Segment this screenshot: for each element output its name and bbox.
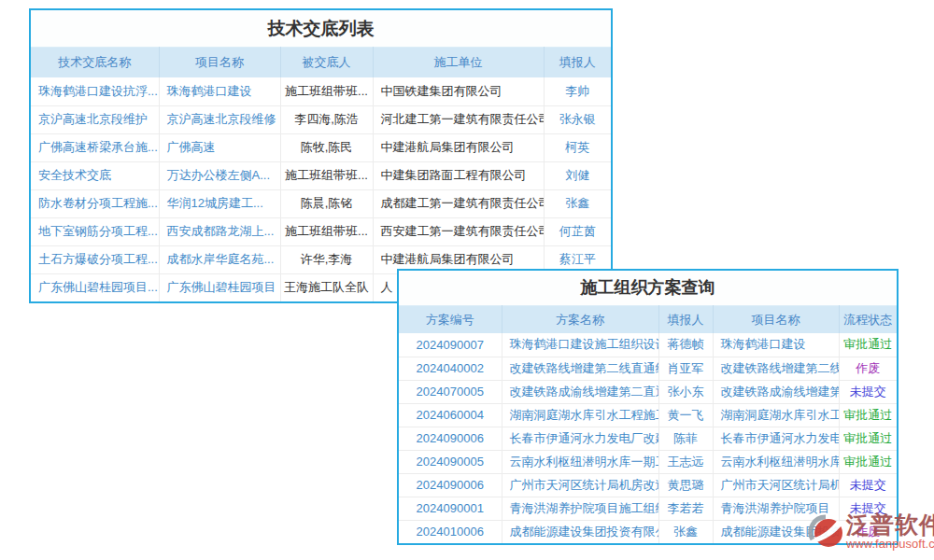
window-title: 施工组织方案查询 <box>399 271 897 305</box>
table-cell[interactable]: 地下室钢筋分项工程... <box>31 217 159 245</box>
table-cell[interactable]: 2024060004 <box>399 403 502 427</box>
table-cell: 中国铁建集团有限公司 <box>373 77 544 105</box>
table-cell[interactable]: 成都水岸华庭名苑... <box>159 245 280 273</box>
table-cell[interactable]: 何芷茵 <box>544 217 611 245</box>
table-cell[interactable]: 肖亚军 <box>658 357 713 380</box>
table-row[interactable]: 防水卷材分项工程施...华润12城房建工...陈晨,陈铭成都建工第一建筑有限责任… <box>31 189 611 217</box>
table-cell: 陈牧,陈民 <box>280 133 373 161</box>
table-cell[interactable]: 改建铁路成渝线增建第二直通线 <box>502 380 658 403</box>
table-row[interactable]: 珠海鹤港口建设抗浮...珠海鹤港口建设施工班组带班...中国铁建集团有限公司李帅 <box>31 77 611 105</box>
table-cell[interactable]: 2024040002 <box>399 357 502 380</box>
table-row[interactable]: 京沪高速北京段维护京沪高速北京段维修李四海,陈浩河北建工第一建筑有限责任公司张永… <box>31 105 611 133</box>
table-cell[interactable]: 柯英 <box>544 133 611 161</box>
table-row[interactable]: 2024040002改建铁路线增建第二线直通线（肖亚军改建铁路线增建第二线直通线… <box>399 357 897 380</box>
table-cell[interactable]: 2024090006 <box>399 473 502 497</box>
table-header-row: 方案编号方案名称填报人项目名称流程状态 <box>399 306 897 334</box>
table-row[interactable]: 地下室钢筋分项工程...西安成都路龙湖上...施工班组带班...西安建工第一建筑… <box>31 217 611 245</box>
column-header: 施工单位 <box>373 48 544 78</box>
table-cell[interactable]: 成都能源建设集团投资有限公司 <box>502 520 658 543</box>
table-cell[interactable]: 张鑫 <box>544 189 611 217</box>
table-cell[interactable]: 改建铁路线增建第二线直通线（ <box>502 357 658 380</box>
table-cell[interactable]: 王志远 <box>658 450 713 473</box>
plan-query-table: 方案编号方案名称填报人项目名称流程状态 2024090007珠海鹤港口建设施工组… <box>399 305 897 543</box>
table-cell: 施工班组带班... <box>280 77 373 105</box>
table-cell[interactable]: 李若若 <box>658 497 713 520</box>
watermark-url-text: www.fanpusoft.com <box>846 538 934 551</box>
table-cell[interactable]: 万达办公楼左侧A... <box>159 161 280 189</box>
column-header: 项目名称 <box>159 48 280 78</box>
construction-plan-query-window: 施工组织方案查询 方案编号方案名称填报人项目名称流程状态 2024090007珠… <box>397 269 899 545</box>
watermark-brand-text: 泛普软件 <box>846 511 934 538</box>
table-row[interactable]: 2024090006广州市天河区统计局机房改造项黄思璐广州市天河区统计局机房改造… <box>399 473 897 497</box>
table-cell[interactable]: 广佛高速桥梁承台施... <box>31 133 159 161</box>
table-cell[interactable]: 湖南洞庭湖水库引水工程施工标 <box>502 403 658 427</box>
table-cell: 施工班组带班... <box>280 217 373 245</box>
table-cell[interactable]: 广州市天河区统计局机房改造项 <box>502 473 658 497</box>
table-cell: 王海施工队全队 <box>280 273 373 301</box>
table-cell[interactable]: 2024090001 <box>399 497 502 520</box>
table-cell[interactable]: 广佛高速 <box>159 133 280 161</box>
table-cell[interactable]: 珠海鹤港口建设 <box>159 77 280 105</box>
status-badge: 作废 <box>839 357 897 380</box>
status-badge: 未提交 <box>839 473 897 497</box>
table-row[interactable]: 2024090007珠海鹤港口建设施工组织设计蒋德帧珠海鹤港口建设审批通过 <box>399 333 897 357</box>
table-cell: 西安建工第一建筑有限责任公司 <box>373 217 544 245</box>
table-cell[interactable]: 京沪高速北京段维护 <box>31 105 159 133</box>
table-cell[interactable]: 云南水利枢纽潜明水库一期工程 <box>502 450 658 473</box>
table-cell[interactable]: 改建铁路线增建第二线直通线 <box>713 357 839 380</box>
column-header: 填报人 <box>544 48 611 78</box>
table-cell[interactable]: 李帅 <box>544 77 611 105</box>
table-cell: 许华,李海 <box>280 245 373 273</box>
table-cell[interactable]: 防水卷材分项工程施... <box>31 189 159 217</box>
status-badge: 审批通过 <box>839 427 897 450</box>
table-cell[interactable]: 2024010006 <box>399 520 502 543</box>
table-row[interactable]: 广佛高速桥梁承台施...广佛高速陈牧,陈民中建港航局集团有限公司柯英 <box>31 133 611 161</box>
table-cell[interactable]: 黄思璐 <box>658 473 713 497</box>
table-cell[interactable]: 京沪高速北京段维修 <box>159 105 280 133</box>
table-row[interactable]: 2024060004湖南洞庭湖水库引水工程施工标黄一飞湖南洞庭湖水库引水工程施工… <box>399 403 897 427</box>
table-cell[interactable]: 长春市伊通河水力发电厂改建 <box>713 427 839 450</box>
table-cell[interactable]: 蒋德帧 <box>658 333 713 357</box>
table-cell: 施工班组带班... <box>280 161 373 189</box>
table-cell[interactable]: 珠海鹤港口建设 <box>713 333 839 357</box>
table-cell[interactable]: 广东佛山碧桂园项目... <box>31 273 159 301</box>
table-cell[interactable]: 湖南洞庭湖水库引水工程施工 <box>713 403 839 427</box>
table-cell[interactable]: 2024090007 <box>399 333 502 357</box>
column-header: 填报人 <box>658 306 713 334</box>
table-cell[interactable]: 青海洪湖养护院项目施工组织设 <box>502 497 658 520</box>
table-cell[interactable]: 黄一飞 <box>658 403 713 427</box>
table-cell[interactable]: 张永银 <box>544 105 611 133</box>
table-cell[interactable]: 刘健 <box>544 161 611 189</box>
brand-watermark: 泛普软件 www.fanpusoft.com <box>807 511 934 551</box>
table-header-row: 技术交底名称项目名称被交底人施工单位填报人 <box>31 48 611 78</box>
status-badge: 审批通过 <box>839 333 897 357</box>
column-header: 被交底人 <box>280 48 373 78</box>
disclosure-table: 技术交底名称项目名称被交底人施工单位填报人 珠海鹤港口建设抗浮...珠海鹤港口建… <box>31 47 611 301</box>
table-cell[interactable]: 安全技术交底 <box>31 161 159 189</box>
table-row[interactable]: 2024090005云南水利枢纽潜明水库一期工程王志远云南水利枢纽潜明水库一期工… <box>399 450 897 473</box>
table-cell[interactable]: 珠海鹤港口建设抗浮... <box>31 77 159 105</box>
column-header: 技术交底名称 <box>31 48 159 78</box>
table-cell[interactable]: 改建铁路成渝线增建第二直通 <box>713 380 839 403</box>
table-cell[interactable]: 珠海鹤港口建设施工组织设计 <box>502 333 658 357</box>
status-badge: 审批通过 <box>839 450 897 473</box>
table-row[interactable]: 2024070005改建铁路成渝线增建第二直通线张小东改建铁路成渝线增建第二直通… <box>399 380 897 403</box>
table-row[interactable]: 安全技术交底万达办公楼左侧A...施工班组带班...中建集团路面工程有限公司刘健 <box>31 161 611 189</box>
table-row[interactable]: 2024090006长春市伊通河水力发电厂改建工陈菲长春市伊通河水力发电厂改建审… <box>399 427 897 450</box>
table-cell[interactable]: 长春市伊通河水力发电厂改建工 <box>502 427 658 450</box>
table-cell[interactable]: 华润12城房建工... <box>159 189 280 217</box>
table-cell[interactable]: 西安成都路龙湖上... <box>159 217 280 245</box>
table-cell[interactable]: 云南水利枢纽潜明水库一期工 <box>713 450 839 473</box>
table-cell[interactable]: 2024090006 <box>399 427 502 450</box>
table-cell[interactable]: 2024090005 <box>399 450 502 473</box>
table-cell[interactable]: 张小东 <box>658 380 713 403</box>
window-title: 技术交底列表 <box>31 10 611 47</box>
table-cell[interactable]: 2024070005 <box>399 380 502 403</box>
table-cell[interactable]: 土石方爆破分项工程... <box>31 245 159 273</box>
column-header: 方案编号 <box>399 306 502 334</box>
table-cell: 陈晨,陈铭 <box>280 189 373 217</box>
table-cell[interactable]: 广州市天河区统计局机房改造 <box>713 473 839 497</box>
table-cell[interactable]: 张鑫 <box>658 520 713 543</box>
table-cell[interactable]: 广东佛山碧桂园项目 <box>159 273 280 301</box>
table-cell[interactable]: 陈菲 <box>658 427 713 450</box>
